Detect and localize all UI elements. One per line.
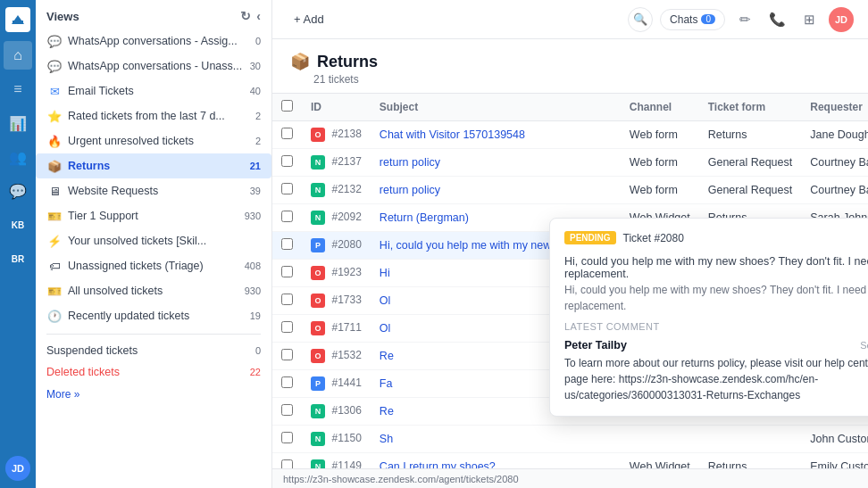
phone-icon[interactable]: 📞 <box>764 7 789 32</box>
rail-views-icon[interactable]: ≡ <box>4 75 32 103</box>
ticket-subject-cell[interactable]: return policy <box>371 149 621 177</box>
sidebar-item-returns[interactable]: 📦 Returns 21 <box>36 153 271 178</box>
ticket-form: General Request <box>699 149 802 177</box>
ticket-subject[interactable]: Can I return my shoes? <box>380 460 496 468</box>
ticket-form: Returns <box>699 121 802 149</box>
ticket-subject[interactable]: Chat with Visitor 1570139548 <box>380 128 525 141</box>
content-area: 📦 Returns 21 tickets ID Subject Channel … <box>272 39 868 488</box>
rail-customers-icon[interactable]: 👥 <box>4 143 32 171</box>
more-button[interactable]: More » <box>36 383 271 406</box>
row-checkbox[interactable] <box>281 404 293 416</box>
body-line1: Hi, could you help me with my new shoes?… <box>564 255 868 280</box>
ticket-subject[interactable]: Ol <box>380 322 391 335</box>
row-checkbox-cell <box>272 370 302 398</box>
add-button[interactable]: + Add <box>287 9 331 29</box>
ticket-subject[interactable]: Sh <box>380 433 393 445</box>
ticket-subject[interactable]: Re <box>380 405 394 418</box>
row-checkbox[interactable] <box>281 211 293 222</box>
row-checkbox[interactable] <box>281 432 293 443</box>
ticket-type-id: O #1733 <box>302 287 371 315</box>
row-checkbox[interactable] <box>281 238 293 250</box>
top-bar: + Add 🔍 Chats 0 ✏ 📞 ⊞ JD <box>272 0 868 39</box>
rail-br-label[interactable]: BR <box>4 244 32 273</box>
rail-reports-icon[interactable]: 📊 <box>4 109 32 137</box>
ticket-subject-cell[interactable]: Can I return my shoes? <box>371 453 621 469</box>
ticket-subject[interactable]: Return (Bergman) <box>380 211 469 224</box>
ticket-subject[interactable]: Ol <box>380 294 391 307</box>
rail-chat-icon[interactable]: 💬 <box>4 177 32 205</box>
sidebar-item-email-tickets[interactable]: ✉ Email Tickets 40 <box>36 79 271 103</box>
sidebar-item-whatsapp-unassigned[interactable]: 💬 WhatsApp conversations - Unass... 30 <box>36 54 271 79</box>
sidebar-item-suspended[interactable]: Suspended tickets 0 <box>36 340 271 361</box>
ticket-subject[interactable]: return policy <box>380 184 440 196</box>
collapse-icon[interactable]: ‹ <box>256 9 261 23</box>
sidebar-item-rated-tickets[interactable]: ⭐ Rated tickets from the last 7 d... 2 <box>36 103 271 128</box>
ticket-id: #1711 <box>331 321 361 334</box>
ticket-subject[interactable]: Fa <box>380 377 393 390</box>
body-line3: replacement. <box>564 300 868 312</box>
row-checkbox-cell <box>272 260 302 287</box>
ticket-subject-cell[interactable]: return policy <box>371 177 621 204</box>
ticket-type-id: N #2092 <box>302 204 371 232</box>
ticket-subject[interactable]: Hi <box>380 267 390 279</box>
user-avatar-rail[interactable]: JD <box>5 456 30 481</box>
sidebar-item-label: Your unsolved tickets [Skil... <box>68 235 257 247</box>
body-line2: Hi, could you help me with my new shoes?… <box>564 284 868 296</box>
ticket-requester: Courtney Barnett <box>801 149 868 177</box>
row-checkbox[interactable] <box>281 183 293 194</box>
user-avatar-top[interactable]: JD <box>829 7 854 32</box>
search-icon[interactable]: 🔍 <box>628 7 653 32</box>
ticket-type-id: N #2137 <box>302 149 371 177</box>
ticket-subject[interactable]: return policy <box>380 156 440 169</box>
sidebar-item-your-unsolved[interactable]: ⚡ Your unsolved tickets [Skil... <box>36 228 271 253</box>
sidebar-item-whatsapp-assigned[interactable]: 💬 WhatsApp conversations - Assig... 0 <box>36 29 271 54</box>
grid-icon[interactable]: ⊞ <box>797 7 822 32</box>
row-checkbox[interactable] <box>281 155 293 167</box>
compose-icon[interactable]: ✏ <box>732 7 757 32</box>
type-icon: N <box>311 432 325 446</box>
select-all-checkbox[interactable] <box>281 100 293 112</box>
col-id: ID <box>302 94 371 121</box>
row-checkbox[interactable] <box>281 128 293 139</box>
ticket-subject-cell[interactable]: Chat with Visitor 1570139548 <box>371 121 621 149</box>
sidebar-item-label: All unsolved tickets <box>68 285 241 297</box>
sidebar-item-unassigned-triage[interactable]: 🏷 Unassigned tickets (Triage) 408 <box>36 253 271 278</box>
ticket-id: #1149 <box>331 459 361 468</box>
row-checkbox[interactable] <box>281 266 293 277</box>
popup-header: PENDING Ticket #2080 <box>564 231 868 244</box>
sidebar-item-count: 2 <box>255 136 261 146</box>
latest-comment-label: Latest comment <box>564 321 868 332</box>
row-checkbox[interactable] <box>281 349 293 360</box>
row-checkbox[interactable] <box>281 376 293 388</box>
type-icon: N <box>311 155 325 170</box>
sidebar-header: Views ↻ ‹ <box>36 0 271 29</box>
table-row[interactable]: N #2137 return policy Web form General R… <box>272 149 868 177</box>
sidebar-item-urgent[interactable]: 🔥 Urgent unresolved tickets 2 <box>36 128 271 153</box>
sidebar-item-label: Unassigned tickets (Triage) <box>68 260 241 272</box>
content-title: 📦 Returns <box>290 52 850 71</box>
sidebar-item-tier1[interactable]: 🎫 Tier 1 Support 930 <box>36 203 271 228</box>
ticket-type-id: N #1306 <box>302 398 371 426</box>
sidebar-item-deleted[interactable]: Deleted tickets 22 <box>36 361 271 383</box>
sidebar-item-all-unsolved[interactable]: 🎫 All unsolved tickets 930 <box>36 278 271 303</box>
row-checkbox[interactable] <box>281 294 293 305</box>
ticket-id: #1923 <box>331 266 361 278</box>
row-checkbox[interactable] <box>281 321 293 333</box>
rail-home-icon[interactable]: ⌂ <box>4 41 32 70</box>
ticket-id: #2138 <box>331 128 361 140</box>
ticket-id: #2137 <box>331 155 361 168</box>
ticket-subject-cell[interactable]: Sh <box>371 426 621 453</box>
sidebar-item-website-requests[interactable]: 🖥 Website Requests 39 <box>36 178 271 203</box>
refresh-icon[interactable]: ↻ <box>240 9 251 23</box>
table-row[interactable]: N #1150 Sh John Customer <box>272 426 868 453</box>
table-row[interactable]: N #2132 return policy Web form General R… <box>272 177 868 204</box>
sidebar-item-count: 40 <box>250 86 261 96</box>
ticket-subject[interactable]: Re <box>380 350 394 362</box>
row-checkbox[interactable] <box>281 459 293 468</box>
chats-button[interactable]: Chats 0 <box>660 9 725 30</box>
table-row[interactable]: O #2138 Chat with Visitor 1570139548 Web… <box>272 121 868 149</box>
rail-kb-label[interactable]: KB <box>4 211 32 239</box>
suspended-label: Suspended tickets <box>46 344 252 357</box>
table-row[interactable]: N #1149 Can I return my shoes? Web Widge… <box>272 453 868 469</box>
sidebar-item-recently-updated[interactable]: 🕐 Recently updated tickets 19 <box>36 303 271 328</box>
